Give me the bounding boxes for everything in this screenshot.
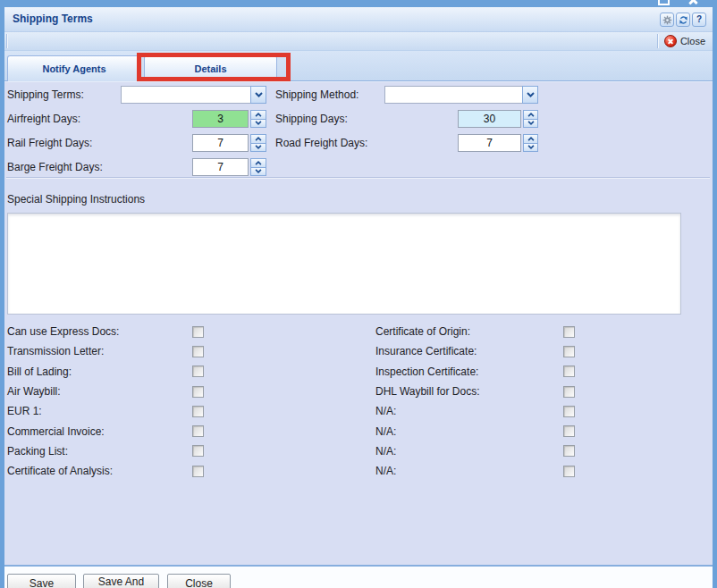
chevron-down-icon: [255, 92, 263, 97]
checkbox-row: Packing List:: [7, 441, 204, 461]
window-restore-icon[interactable]: [658, 0, 670, 5]
airfreight-days-value[interactable]: 3: [192, 110, 249, 128]
shipping-method-input[interactable]: [384, 86, 522, 104]
checkbox-row: N/A:: [375, 461, 575, 481]
dialog-titlebar: Shipping Terms: [4, 7, 713, 32]
na-1-checkbox[interactable]: [563, 406, 575, 417]
tab-notify-agents-label: Notify Agents: [42, 63, 105, 74]
commercial-invoice-checkbox[interactable]: [192, 425, 204, 437]
rail-freight-days-down-button[interactable]: [250, 143, 266, 153]
tab-details-label: Details: [194, 63, 226, 74]
gear-icon: [662, 15, 672, 25]
packing-list-label: Packing List:: [7, 445, 192, 458]
close-button[interactable]: Close: [662, 33, 708, 49]
inspection-certificate-checkbox[interactable]: [563, 365, 575, 377]
help-button[interactable]: ?: [692, 13, 706, 27]
shipping-method-dropdown-button[interactable]: [522, 86, 538, 104]
bill-of-lading-checkbox[interactable]: [192, 365, 204, 377]
chevron-down-icon: [255, 145, 262, 149]
certificate-of-origin-checkbox[interactable]: [563, 326, 575, 338]
certificate-of-analysis-checkbox[interactable]: [192, 466, 204, 477]
shipping-days-value[interactable]: 30: [458, 110, 521, 128]
chevron-down-icon: [527, 92, 535, 97]
shipping-method-label: Shipping Method:: [275, 86, 358, 104]
close-icon: [664, 35, 677, 47]
dhl-waybill-for-docs-label: DHL Waybill for Docs:: [375, 385, 563, 398]
checkbox-row: Air Waybill:: [7, 382, 204, 401]
shipping-terms-input[interactable]: [121, 86, 250, 104]
refresh-button[interactable]: [676, 13, 690, 27]
shipping-days-spinner: 30: [458, 110, 538, 128]
shipping-days-label: Shipping Days:: [275, 110, 348, 128]
shipping-days-down-button[interactable]: [523, 119, 538, 129]
dhl-waybill-for-docs-checkbox[interactable]: [563, 386, 575, 398]
can-use-express-docs-checkbox[interactable]: [192, 326, 204, 338]
na-2-label: N/A:: [375, 425, 563, 438]
bill-of-lading-label: Bill of Lading:: [7, 365, 192, 378]
save-and-close-button[interactable]: Save And Close: [83, 574, 159, 588]
transmission-letter-checkbox[interactable]: [192, 346, 204, 357]
shipping-method-combo[interactable]: [384, 86, 538, 104]
footer-button-bar: Save Save And Close Close: [4, 565, 713, 588]
certificate-of-analysis-label: Certificate of Analysis:: [7, 465, 192, 477]
road-freight-days-spinner: 7: [458, 134, 538, 152]
road-freight-days-value[interactable]: 7: [458, 134, 521, 152]
close-footer-button[interactable]: Close: [167, 574, 231, 588]
tab-details[interactable]: Details: [144, 55, 277, 81]
chevron-down-icon: [255, 121, 262, 125]
checkbox-row: Inspection Certificate:: [375, 362, 575, 382]
shipping-terms-combo[interactable]: [121, 86, 266, 104]
chevron-up-icon: [255, 113, 262, 117]
chevron-up-icon: [255, 161, 262, 165]
certificate-of-origin-label: Certificate of Origin:: [375, 325, 563, 338]
inspection-certificate-label: Inspection Certificate:: [375, 365, 563, 378]
na-3-label: N/A:: [375, 445, 563, 458]
close-button-label: Close: [680, 36, 705, 46]
save-button[interactable]: Save: [7, 574, 76, 588]
barge-freight-days-down-button[interactable]: [250, 167, 266, 177]
na-4-checkbox[interactable]: [563, 466, 575, 477]
chevron-up-icon: [255, 137, 262, 141]
checkbox-row: Certificate of Analysis:: [7, 461, 204, 481]
checkbox-column-right: Certificate of Origin: Insurance Certifi…: [375, 322, 575, 481]
na-3-checkbox[interactable]: [563, 445, 575, 457]
barge-freight-days-value[interactable]: 7: [192, 158, 249, 176]
airfreight-days-spinner: 3: [192, 110, 266, 128]
na-2-checkbox[interactable]: [563, 425, 575, 437]
can-use-express-docs-label: Can use Express Docs:: [7, 325, 192, 338]
toolbar-separator: [657, 34, 659, 48]
special-instructions-textarea[interactable]: [7, 213, 681, 315]
dialog-title: Shipping Terms: [13, 13, 93, 25]
tab-notify-agents[interactable]: Notify Agents: [7, 55, 141, 81]
airfreight-days-down-button[interactable]: [250, 119, 266, 129]
checkbox-row: DHL Waybill for Docs:: [375, 382, 575, 401]
air-waybill-checkbox[interactable]: [192, 386, 204, 398]
shipping-terms-dropdown-button[interactable]: [250, 86, 266, 104]
na-4-label: N/A:: [375, 465, 563, 477]
refresh-icon: [679, 15, 688, 25]
checkbox-row: Can use Express Docs:: [7, 322, 204, 341]
details-tab-panel: Shipping Terms: Shipping Method: Airfrei…: [4, 81, 713, 565]
checkbox-row: N/A:: [375, 441, 575, 461]
checkbox-row: Certificate of Origin:: [375, 322, 575, 341]
checkbox-row: EUR 1:: [7, 401, 204, 421]
toolbar-separator: [6, 34, 8, 48]
insurance-certificate-checkbox[interactable]: [563, 346, 575, 357]
shipping-terms-window: Shipping Terms: [0, 0, 717, 588]
window-close-icon[interactable]: [687, 0, 699, 6]
settings-button[interactable]: [660, 13, 674, 27]
checkbox-row: Transmission Letter:: [7, 341, 204, 361]
help-icon: ?: [696, 15, 702, 24]
section-divider: [6, 177, 710, 179]
eur-1-checkbox[interactable]: [192, 406, 204, 417]
rail-freight-days-value[interactable]: 7: [192, 134, 249, 152]
airfreight-days-label: Airfreight Days:: [7, 110, 80, 128]
chevron-up-icon: [527, 113, 535, 117]
special-instructions-label: Special Shipping Instructions: [7, 193, 145, 206]
insurance-certificate-label: Insurance Certificate:: [375, 345, 563, 357]
packing-list-checkbox[interactable]: [192, 445, 204, 457]
checkbox-row: N/A:: [375, 401, 575, 421]
road-freight-days-down-button[interactable]: [523, 143, 538, 153]
commercial-invoice-label: Commercial Invoice:: [7, 425, 192, 438]
tab-strip: Notify Agents Details: [4, 51, 713, 81]
